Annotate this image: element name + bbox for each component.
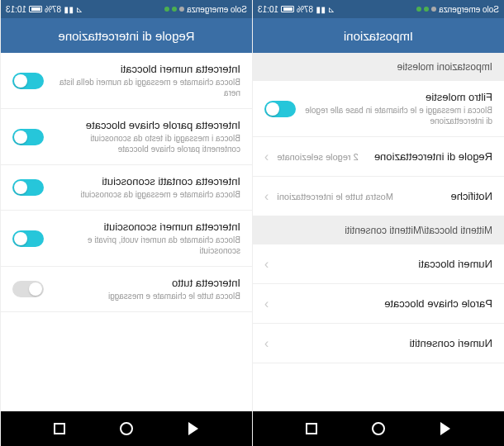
intercept-unknown-numbers-item[interactable]: Intercetta numeri sconosciuti Blocca chi… (1, 211, 252, 267)
wifi-icon: ⊿ (76, 5, 83, 14)
navigation-bar (253, 411, 504, 446)
status-dot-icon (179, 7, 184, 12)
intercept-unknown-contacts-desc: Blocca chiamate e messaggi da sconosciut… (52, 189, 240, 200)
rules-screen: Solo emergenza ⊿ ▮▮ 87% 10:13 Regole di … (0, 0, 252, 446)
back-button[interactable] (437, 420, 454, 437)
intercept-unknown-numbers-toggle[interactable] (12, 230, 44, 247)
home-button[interactable] (370, 420, 387, 437)
recents-button[interactable] (303, 420, 320, 437)
intercept-unknown-numbers-desc: Blocca chiamate da numeri vuoti, privati… (52, 235, 240, 256)
status-dot-icon (431, 7, 436, 12)
clock: 10:13 (258, 5, 278, 14)
intercept-keywords-item[interactable]: Intercetta parole chiave bloccate Blocca… (1, 109, 252, 165)
battery-icon (29, 6, 42, 12)
notifications-value: Mostra tutte le intercettazioni (277, 192, 393, 202)
status-bar: Solo emergenza ⊿ ▮▮ 87% 10:13 (1, 0, 252, 18)
notifications-item[interactable]: Notifiche Mostra tutte le intercettazion… (253, 177, 504, 216)
notifications-title: Notifiche (393, 190, 492, 202)
filter-title: Filtro molestie (304, 91, 492, 103)
allowed-numbers-item[interactable]: Numeri consentiti › (253, 324, 504, 363)
settings-content: Impostazioni molestie Filtro molestie Bl… (253, 53, 504, 411)
chevron-right-icon: › (264, 189, 269, 204)
intercept-all-title: Intercetta tutto (52, 277, 240, 289)
battery-pct: 87% (45, 5, 61, 14)
section-header-harassment: Impostazioni molestie (253, 53, 504, 81)
blocked-keywords-title: Parole chiave bloccate (272, 297, 492, 310)
intercept-unknown-contacts-title: Intercetta contatti sconosciuti (52, 175, 240, 187)
status-bar: Solo emergenza ⊿ ▮▮ 87% 10:13 (253, 0, 504, 18)
page-title: Regole di intercettazione (1, 18, 252, 53)
settings-screen: Solo emergenza ⊿ ▮▮ 87% 10:13 Impostazio… (252, 0, 504, 446)
home-button[interactable] (118, 420, 135, 437)
blocked-keywords-item[interactable]: Parole chiave bloccate › (253, 284, 504, 324)
navigation-bar (1, 411, 252, 446)
blocked-numbers-title: Numeri bloccati (272, 258, 492, 270)
chevron-right-icon: › (264, 149, 269, 164)
rules-value: 2 regole selezionate (277, 152, 358, 162)
intercept-blocked-desc: Blocca chiamate e messaggi da numeri del… (52, 77, 240, 98)
intercept-all-toggle[interactable] (12, 281, 44, 297)
section-header-allowed: Mittenti bloccati/Mittenti consentiti (253, 216, 504, 244)
battery-pct: 87% (297, 5, 313, 14)
rules-title: Regole di intercettazione (359, 150, 492, 163)
recents-button[interactable] (51, 420, 68, 437)
intercept-rules-item[interactable]: Regole di intercettazione 2 regole selez… (253, 137, 504, 177)
intercept-unknown-contacts-toggle[interactable] (12, 179, 44, 196)
allowed-numbers-title: Numeri consentiti (272, 337, 492, 349)
status-dot-icon (416, 7, 421, 12)
rules-content: Intercetta numeri bloccati Blocca chiama… (1, 53, 252, 411)
wifi-icon: ⊿ (328, 5, 335, 14)
status-dot-icon (424, 7, 429, 12)
status-dot-icon (172, 7, 177, 12)
back-button[interactable] (185, 420, 202, 437)
filter-toggle[interactable] (264, 101, 296, 117)
intercept-unknown-contacts-item[interactable]: Intercetta contatti sconosciuti Blocca c… (1, 165, 252, 211)
blocked-numbers-item[interactable]: Numeri bloccati › (253, 244, 504, 284)
intercept-keywords-toggle[interactable] (12, 129, 44, 145)
page-title: Impostazioni (253, 18, 504, 53)
filter-desc: Blocca i messaggi e le chiamate in base … (304, 105, 492, 126)
clock: 10:13 (6, 5, 26, 14)
intercept-all-item[interactable]: Intercetta tutto Blocca tutte le chiamat… (1, 267, 252, 312)
chevron-right-icon: › (264, 257, 269, 272)
chevron-right-icon: › (264, 336, 269, 351)
intercept-blocked-toggle[interactable] (12, 73, 44, 89)
battery-icon (281, 6, 294, 12)
intercept-all-desc: Blocca tutte le chiamate e messaggi (52, 291, 240, 301)
intercept-blocked-item[interactable]: Intercetta numeri bloccati Blocca chiama… (1, 53, 252, 109)
intercept-blocked-title: Intercetta numeri bloccati (52, 63, 240, 75)
intercept-unknown-numbers-title: Intercetta numeri sconosciuti (52, 221, 240, 233)
signal-icon: ▮▮ (316, 5, 326, 14)
emergency-text: Solo emergenza (187, 5, 247, 14)
intercept-keywords-desc: Blocca i messaggi di testo da sconosciut… (52, 133, 240, 154)
intercept-keywords-title: Intercetta parole chiave bloccate (52, 119, 240, 131)
chevron-right-icon: › (264, 297, 269, 311)
signal-icon: ▮▮ (64, 5, 74, 14)
status-dot-icon (164, 7, 169, 12)
filter-harassment-item[interactable]: Filtro molestie Blocca i messaggi e le c… (253, 81, 504, 137)
emergency-text: Solo emergenza (439, 5, 499, 14)
